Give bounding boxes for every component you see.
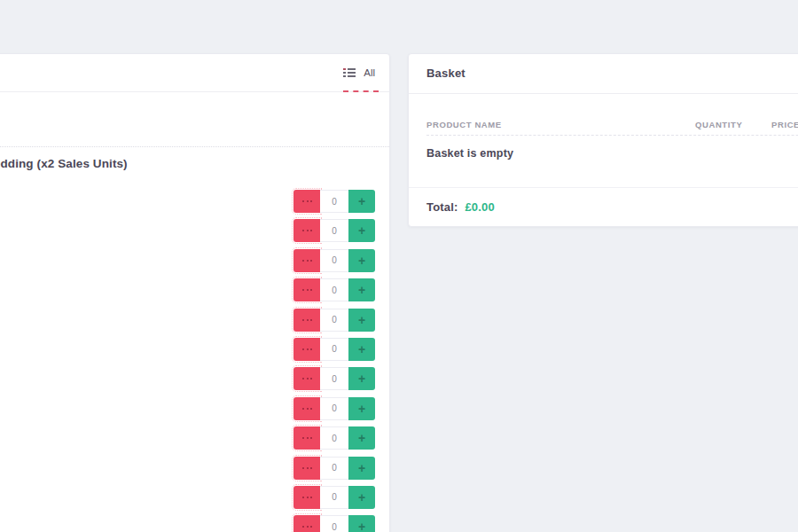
product-panel: All Bedding (x2 Sales Units) 0 + 0 + 0 +…: [0, 53, 390, 532]
quantity-stepper: 0 +: [293, 249, 375, 272]
quantity-value[interactable]: 0: [320, 249, 348, 272]
basket-panel: Basket PRODUCT NAME QUANTITY PRICE Baske…: [408, 53, 798, 227]
quantity-value[interactable]: 0: [320, 278, 348, 301]
quantity-value[interactable]: 0: [320, 426, 348, 450]
minus-icon: [302, 260, 312, 262]
list-filter-icon[interactable]: [343, 67, 356, 78]
section-separator: [0, 146, 389, 147]
total-value: £0.00: [465, 200, 495, 214]
quantity-value[interactable]: 0: [320, 338, 348, 361]
quantity-value[interactable]: 0: [320, 309, 348, 332]
quantity-stepper: 0 +: [293, 515, 375, 532]
increase-quantity-button[interactable]: +: [348, 486, 375, 509]
increase-quantity-button[interactable]: +: [348, 190, 375, 213]
quantity-value[interactable]: 0: [320, 515, 348, 532]
increase-quantity-button[interactable]: +: [348, 278, 375, 301]
decrease-quantity-button[interactable]: [293, 309, 320, 332]
minus-icon: [302, 230, 312, 231]
decrease-quantity-button[interactable]: [293, 278, 320, 301]
decrease-quantity-button[interactable]: [293, 338, 320, 361]
quantity-value[interactable]: 0: [320, 486, 348, 509]
quantity-stepper: 0 +: [293, 486, 375, 509]
decrease-quantity-button[interactable]: [293, 190, 320, 213]
increase-quantity-button[interactable]: +: [348, 367, 375, 390]
quantity-value[interactable]: 0: [320, 190, 348, 213]
quantity-value[interactable]: 0: [320, 457, 348, 480]
increase-quantity-button[interactable]: +: [348, 338, 375, 361]
quantity-stepper: 0 +: [293, 219, 375, 242]
minus-icon: [302, 378, 312, 379]
decrease-quantity-button[interactable]: [293, 219, 320, 242]
column-header-price: PRICE: [771, 120, 798, 129]
column-header-quantity: QUANTITY: [695, 120, 742, 129]
filter-all-label[interactable]: All: [364, 67, 375, 78]
increase-quantity-button[interactable]: +: [348, 249, 375, 272]
minus-icon: [302, 526, 312, 528]
total-divider: [409, 187, 798, 188]
quantity-stepper: 0 +: [293, 278, 375, 301]
decrease-quantity-button[interactable]: [293, 515, 320, 532]
minus-icon: [302, 319, 312, 321]
increase-quantity-button[interactable]: +: [348, 219, 375, 242]
column-header-product: PRODUCT NAME: [426, 120, 502, 129]
filter-active-underline: [343, 90, 379, 92]
quantity-stepper: 0 +: [293, 309, 375, 332]
minus-icon: [302, 437, 312, 439]
decrease-quantity-button[interactable]: [293, 249, 320, 272]
increase-quantity-button[interactable]: +: [348, 397, 375, 420]
increase-quantity-button[interactable]: +: [348, 426, 375, 450]
increase-quantity-button[interactable]: +: [348, 515, 375, 532]
increase-quantity-button[interactable]: +: [348, 309, 375, 332]
quantity-stepper: 0 +: [293, 367, 375, 390]
quantity-stepper: 0 +: [293, 338, 375, 361]
section-heading: Bedding (x2 Sales Units): [0, 157, 128, 170]
basket-header-divider: [409, 93, 798, 94]
minus-icon: [302, 497, 312, 498]
decrease-quantity-button[interactable]: [293, 367, 320, 390]
column-header-underline: [426, 135, 798, 136]
basket-total: Total: £0.00: [426, 200, 495, 214]
quantity-value[interactable]: 0: [320, 397, 348, 420]
basket-empty-message: Basket is empty: [426, 147, 513, 160]
decrease-quantity-button[interactable]: [293, 486, 320, 509]
quantity-value[interactable]: 0: [320, 367, 348, 390]
quantity-stepper: 0 +: [293, 457, 375, 480]
minus-icon: [302, 200, 312, 202]
decrease-quantity-button[interactable]: [293, 457, 320, 480]
decrease-quantity-button[interactable]: [293, 426, 320, 450]
quantity-stepper: 0 +: [293, 397, 375, 420]
basket-title: Basket: [426, 66, 466, 80]
minus-icon: [302, 467, 312, 469]
total-label: Total:: [426, 200, 458, 214]
quantity-stepper: 0 +: [293, 426, 375, 450]
minus-icon: [302, 289, 312, 291]
minus-icon: [302, 408, 312, 410]
decrease-quantity-button[interactable]: [293, 397, 320, 420]
minus-icon: [302, 348, 312, 350]
product-rows: 0 + 0 + 0 + 0 + 0 + 0 +: [293, 190, 375, 532]
product-panel-toolbar: All: [0, 54, 389, 92]
app-viewport: All Bedding (x2 Sales Units) 0 + 0 + 0 +…: [0, 0, 798, 532]
quantity-value[interactable]: 0: [320, 219, 348, 242]
increase-quantity-button[interactable]: +: [348, 457, 375, 480]
quantity-stepper: 0 +: [293, 190, 375, 213]
